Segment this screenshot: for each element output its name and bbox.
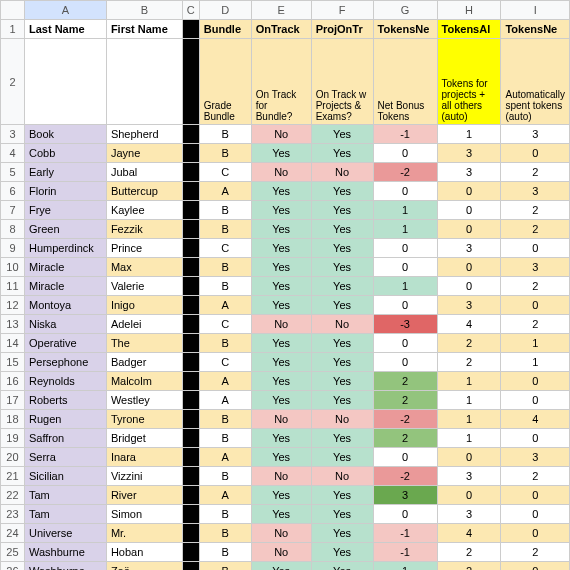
cell-firstname[interactable]: Inara: [106, 448, 182, 467]
cell-nettokens[interactable]: 2: [373, 391, 437, 410]
cell-firstname[interactable]: Tyrone: [106, 410, 182, 429]
col-G[interactable]: G: [373, 1, 437, 20]
cell-lastname[interactable]: Rugen: [24, 410, 106, 429]
row-num[interactable]: 23: [1, 505, 25, 524]
row-num[interactable]: 21: [1, 467, 25, 486]
cell-tokensauto[interactable]: 2: [501, 163, 570, 182]
cell-lastname[interactable]: Miracle: [24, 258, 106, 277]
cell-nettokens[interactable]: 2: [373, 372, 437, 391]
cell-tokensauto[interactable]: 3: [501, 182, 570, 201]
cell-ontrack[interactable]: Yes: [251, 429, 311, 448]
cell-lastname[interactable]: Florin: [24, 182, 106, 201]
cell-lastname[interactable]: Niska: [24, 315, 106, 334]
cell-projontrack[interactable]: Yes: [311, 562, 373, 571]
cell-lastname[interactable]: Operative: [24, 334, 106, 353]
cell-projontrack[interactable]: Yes: [311, 372, 373, 391]
cell-tokensauto[interactable]: 2: [501, 220, 570, 239]
cell-bundle[interactable]: A: [199, 372, 251, 391]
col-E[interactable]: E: [251, 1, 311, 20]
cell-tokensall[interactable]: 2: [437, 543, 501, 562]
cell-bundle[interactable]: B: [199, 201, 251, 220]
row-num[interactable]: 14: [1, 334, 25, 353]
cell-projontrack[interactable]: Yes: [311, 505, 373, 524]
cell-tokensall[interactable]: 3: [437, 239, 501, 258]
cell-firstname[interactable]: Inigo: [106, 296, 182, 315]
cell-bundle[interactable]: C: [199, 353, 251, 372]
cell-bundle[interactable]: C: [199, 239, 251, 258]
row-num[interactable]: 9: [1, 239, 25, 258]
cell-tokensall[interactable]: 1: [437, 429, 501, 448]
cell-firstname[interactable]: Max: [106, 258, 182, 277]
cell-projontrack[interactable]: Yes: [311, 486, 373, 505]
cell-nettokens[interactable]: -2: [373, 467, 437, 486]
cell-tokensall[interactable]: 2: [437, 562, 501, 571]
cell-tokensauto[interactable]: 0: [501, 524, 570, 543]
cell-ontrack[interactable]: Yes: [251, 220, 311, 239]
cell-ontrack[interactable]: Yes: [251, 239, 311, 258]
hdr-firstname[interactable]: First Name: [106, 20, 182, 39]
cell-projontrack[interactable]: Yes: [311, 524, 373, 543]
cell-ontrack[interactable]: No: [251, 315, 311, 334]
cell-ontrack[interactable]: No: [251, 524, 311, 543]
cell-firstname[interactable]: Bridget: [106, 429, 182, 448]
cell-lastname[interactable]: Sicilian: [24, 467, 106, 486]
cell-bundle[interactable]: B: [199, 410, 251, 429]
cell-ontrack[interactable]: Yes: [251, 391, 311, 410]
cell-tokensall[interactable]: 2: [437, 334, 501, 353]
cell-projontrack[interactable]: No: [311, 163, 373, 182]
cell-tokensall[interactable]: 1: [437, 372, 501, 391]
cell-tokensauto[interactable]: 2: [501, 543, 570, 562]
cell-nettokens[interactable]: 1: [373, 562, 437, 571]
cell-tokensall[interactable]: 0: [437, 182, 501, 201]
hdr-tokensall[interactable]: TokensAl: [437, 20, 501, 39]
row-num[interactable]: 13: [1, 315, 25, 334]
cell-tokensauto[interactable]: 2: [501, 201, 570, 220]
col-B[interactable]: B: [106, 1, 182, 20]
row-num[interactable]: 18: [1, 410, 25, 429]
cell-tokensall[interactable]: 3: [437, 467, 501, 486]
hdr-tokensnet[interactable]: TokensNe: [373, 20, 437, 39]
cell-firstname[interactable]: Jayne: [106, 144, 182, 163]
cell-firstname[interactable]: Badger: [106, 353, 182, 372]
cell-nettokens[interactable]: 1: [373, 220, 437, 239]
cell-nettokens[interactable]: 0: [373, 448, 437, 467]
cell-ontrack[interactable]: No: [251, 163, 311, 182]
hdr-lastname[interactable]: Last Name: [24, 20, 106, 39]
cell-nettokens[interactable]: 0: [373, 239, 437, 258]
row-num[interactable]: 20: [1, 448, 25, 467]
cell-bundle[interactable]: B: [199, 220, 251, 239]
cell-nettokens[interactable]: 1: [373, 201, 437, 220]
cell-projontrack[interactable]: Yes: [311, 239, 373, 258]
col-D[interactable]: D: [199, 1, 251, 20]
cell-firstname[interactable]: Buttercup: [106, 182, 182, 201]
cell-bundle[interactable]: C: [199, 315, 251, 334]
cell-bundle[interactable]: B: [199, 429, 251, 448]
cell-ontrack[interactable]: Yes: [251, 505, 311, 524]
cell-lastname[interactable]: Roberts: [24, 391, 106, 410]
cell-bundle[interactable]: B: [199, 467, 251, 486]
cell-bundle[interactable]: B: [199, 144, 251, 163]
cell-firstname[interactable]: Simon: [106, 505, 182, 524]
cell-tokensauto[interactable]: 1: [501, 334, 570, 353]
cell-projontrack[interactable]: Yes: [311, 144, 373, 163]
cell-projontrack[interactable]: Yes: [311, 448, 373, 467]
cell-projontrack[interactable]: No: [311, 467, 373, 486]
cell-ontrack[interactable]: Yes: [251, 448, 311, 467]
cell-ontrack[interactable]: No: [251, 125, 311, 144]
cell-firstname[interactable]: Westley: [106, 391, 182, 410]
cell-lastname[interactable]: Green: [24, 220, 106, 239]
cell-projontrack[interactable]: Yes: [311, 353, 373, 372]
cell-bundle[interactable]: B: [199, 334, 251, 353]
hdr-bundle[interactable]: Bundle: [199, 20, 251, 39]
corner-cell[interactable]: [1, 1, 25, 20]
cell-lastname[interactable]: Universe: [24, 524, 106, 543]
cell-nettokens[interactable]: -1: [373, 543, 437, 562]
desc-projontrack[interactable]: On Track w Projects & Exams?: [311, 39, 373, 125]
col-A[interactable]: A: [24, 1, 106, 20]
cell-nettokens[interactable]: 2: [373, 429, 437, 448]
cell-tokensauto[interactable]: 0: [501, 429, 570, 448]
cell-bundle[interactable]: B: [199, 543, 251, 562]
cell-firstname[interactable]: Valerie: [106, 277, 182, 296]
spreadsheet-grid[interactable]: A B C D E F G H I 1 Last Name First Name…: [0, 0, 570, 570]
cell-tokensall[interactable]: 0: [437, 448, 501, 467]
